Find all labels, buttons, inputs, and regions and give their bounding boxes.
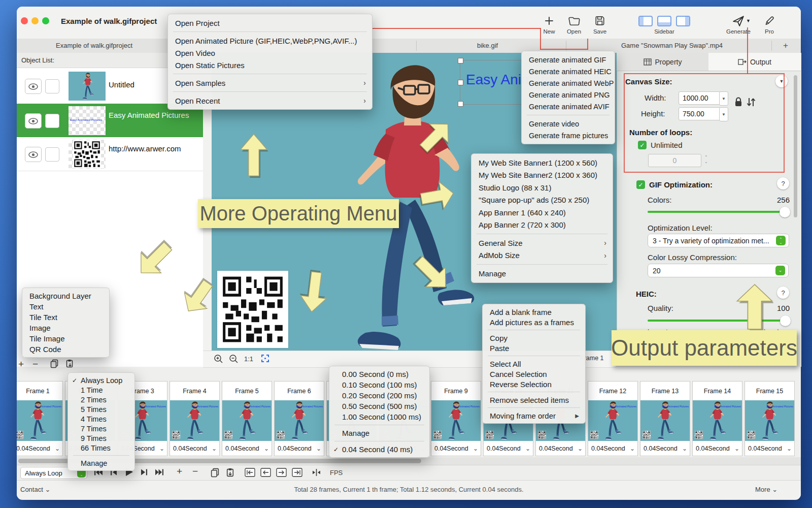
- copy-frame-icon[interactable]: [50, 359, 59, 370]
- menu-item-1-00-second-1000-ms[interactable]: 1.00 Second (1000 ms): [329, 411, 429, 422]
- menu-item-manage[interactable]: Manage: [68, 458, 134, 468]
- tab-walk-project[interactable]: Example of walk.gifproject: [56, 42, 132, 49]
- menu-item-tile-text[interactable]: Tile Text: [22, 312, 109, 323]
- gif-help-button[interactable]: ?: [777, 177, 789, 189]
- selection-handle[interactable]: [458, 101, 463, 107]
- frame-duration-select[interactable]: 0.04Second ⌄: [588, 441, 637, 456]
- generate-dropdown-arrow[interactable]: ▼: [746, 18, 751, 23]
- next-frame-icon[interactable]: [140, 468, 149, 479]
- color-lossy-select[interactable]: 20 ⌄: [648, 264, 789, 277]
- object-row-qr-code[interactable]: http://www.arwer.com: [17, 137, 203, 171]
- frame-duration-select[interactable]: 0.04Second ⌄: [745, 441, 794, 456]
- menu-item-app-banner-1-640-x-240[interactable]: App Banner 1 (640 x 240): [471, 206, 613, 219]
- menu-item-4-times[interactable]: 4 Times: [68, 414, 134, 424]
- zoom-one-to-one[interactable]: 1:1: [244, 355, 253, 363]
- object-checkbox[interactable]: [45, 114, 59, 128]
- new-button[interactable]: New: [539, 14, 559, 35]
- optimization-level-select[interactable]: 3 - Try a variety of optimization met...…: [648, 234, 789, 247]
- menu-item-generate-frame-pictures[interactable]: Generate frame pictures: [522, 130, 615, 141]
- menu-item-admob-size[interactable]: AdMob Size›: [471, 249, 613, 262]
- menu-item-studio-logo-88-x-31[interactable]: Studio Logo (88 x 31): [471, 181, 613, 194]
- menu-item-moving-frame-order[interactable]: Moving frame order▶: [483, 410, 585, 421]
- split-frames-icon[interactable]: [312, 468, 321, 479]
- qr-code-layer[interactable]: [217, 271, 288, 348]
- menu-item-0-20-second-200-ms[interactable]: 0.20 Second (200 ms): [329, 390, 429, 401]
- gif-optimization-checkbox[interactable]: ✓: [636, 180, 645, 189]
- visibility-toggle[interactable]: [25, 113, 42, 129]
- save-button[interactable]: Save: [589, 14, 611, 35]
- generate-button[interactable]: Generate: [721, 14, 756, 35]
- menu-item-select-all[interactable]: Select All: [483, 359, 585, 369]
- zoom-window-button[interactable]: [42, 17, 49, 24]
- menu-item-app-banner-2-720-x-300[interactable]: App Banner 2 (720 x 300): [471, 219, 613, 232]
- menu-item-cancel-selection[interactable]: Cancel Selection: [483, 369, 585, 379]
- heic-help-button[interactable]: ?: [777, 287, 789, 299]
- remove-frame-icon[interactable]: −: [32, 359, 38, 370]
- tab-bike-gif[interactable]: bike.gif: [477, 42, 498, 49]
- menu-item-generate-animated-heic[interactable]: Generate animated HEIC: [522, 66, 615, 77]
- menu-item-0-50-second-500-ms[interactable]: 0.50 Second (500 ms): [329, 401, 429, 411]
- menu-item-image[interactable]: Image: [22, 323, 109, 333]
- pro-button[interactable]: Pro: [759, 14, 780, 35]
- frame-duration-select[interactable]: 0.04Second ⌄: [693, 441, 742, 456]
- move-frame-left-icon[interactable]: [260, 468, 271, 479]
- frame-card[interactable]: Frame 6 Easy Animated Pictures 0.04Secon…: [274, 381, 324, 456]
- menu-item-2-times[interactable]: 2 Times: [68, 395, 134, 404]
- menu-item-generate-animated-avif[interactable]: Generate animated AVIF: [522, 101, 615, 112]
- object-checkbox[interactable]: [45, 147, 59, 162]
- tab-property[interactable]: Property: [617, 53, 709, 71]
- colors-slider-knob[interactable]: [780, 207, 790, 217]
- add-frame-icon[interactable]: +: [177, 466, 182, 477]
- visibility-toggle[interactable]: [25, 79, 42, 94]
- menu-item-my-web-site-banner1-1200-x-560[interactable]: My Web Site Banner1 (1200 x 560): [471, 156, 613, 169]
- menu-item-qr-code[interactable]: QR Code: [22, 344, 109, 355]
- more-menu[interactable]: More ⌄: [755, 486, 777, 493]
- zoom-out-icon[interactable]: [229, 354, 239, 366]
- menu-item-tile-image[interactable]: Tile Image: [22, 333, 109, 344]
- frame-card[interactable]: Frame 15 Easy Animated Pictures 0.04Seco…: [745, 381, 795, 456]
- menu-item-generate-video[interactable]: Generate video: [522, 118, 615, 130]
- paste-frame-icon[interactable]: [65, 359, 74, 370]
- open-button[interactable]: Open: [562, 14, 586, 35]
- frame-card[interactable]: Frame 12 Easy Animated Pictures 0.04Seco…: [588, 381, 638, 456]
- right-sidebar-icon[interactable]: [676, 16, 690, 26]
- tab-output[interactable]: Output: [708, 53, 801, 71]
- move-frame-first-icon[interactable]: [245, 468, 255, 479]
- menu-item-9-times[interactable]: 9 Times: [68, 433, 134, 443]
- bottom-panel-icon[interactable]: [657, 16, 671, 26]
- menu-item-remove-selected-items[interactable]: Remove selected items: [483, 395, 585, 405]
- menu-item-open-project[interactable]: Open Project: [168, 17, 372, 29]
- frame-card[interactable]: Frame 13 Easy Animated Pictures 0.04Seco…: [640, 381, 690, 456]
- menu-item-background-layer[interactable]: Background Layer: [22, 291, 109, 301]
- menu-item-add-a-blank-frame[interactable]: Add a blank frame: [483, 307, 585, 317]
- menu-item-paste[interactable]: Paste: [483, 343, 585, 353]
- left-sidebar-icon[interactable]: [638, 16, 653, 26]
- menu-item-open-static-pictures[interactable]: Open Static Pictures: [168, 59, 372, 71]
- fps-label[interactable]: FPS: [330, 469, 343, 477]
- quality-slider-knob[interactable]: [780, 315, 791, 326]
- minimize-window-button[interactable]: [31, 17, 39, 24]
- frame-duration-select[interactable]: 0.04Second ⌄: [170, 441, 219, 456]
- visibility-toggle[interactable]: [25, 147, 42, 162]
- add-frame-icon[interactable]: +: [18, 359, 24, 370]
- copy-icon[interactable]: [210, 468, 220, 480]
- menu-item-reverse-selection[interactable]: Reverse Selection: [483, 379, 585, 389]
- menu-item-add-pictures-as-a-frames[interactable]: Add pictures as a frames: [483, 317, 585, 327]
- skip-to-end-icon[interactable]: [155, 468, 165, 479]
- sidebar-toggle-group[interactable]: Sidebar: [631, 14, 697, 35]
- menu-item-0-04-second-40-ms[interactable]: ✓0.04 Second (40 ms): [329, 444, 429, 455]
- menu-item-always-loop[interactable]: ✓Always Loop: [68, 375, 134, 385]
- menu-item-open-animated-picture-gif-heic-webp-png-avif[interactable]: Open Animated Picture (GIF,HEIC,WebP,PNG…: [168, 35, 372, 47]
- menu-item-general-size[interactable]: General Size›: [471, 237, 613, 249]
- menu-item-open-recent[interactable]: Open Recent›: [168, 94, 372, 107]
- move-frame-right-icon[interactable]: [276, 468, 287, 479]
- remove-frame-icon[interactable]: −: [192, 466, 198, 477]
- panel-scrollbar[interactable]: [794, 75, 797, 217]
- zoom-in-icon[interactable]: [214, 354, 223, 366]
- menu-item-my-web-site-banner2-1200-x-360[interactable]: My Web Site Banner2 (1200 x 360): [471, 169, 613, 182]
- selection-handle[interactable]: [458, 80, 463, 85]
- frame-card[interactable]: Frame 9 Easy Animated Pictures 0.04Secon…: [431, 381, 481, 456]
- menu-item-0-00-second-0-ms[interactable]: 0.00 Second (0 ms): [329, 369, 429, 379]
- fit-to-window-icon[interactable]: [261, 354, 269, 365]
- menu-item-square-pop-up-ads-250-x-250[interactable]: "Square pop-up" ads (250 x 250): [471, 194, 613, 207]
